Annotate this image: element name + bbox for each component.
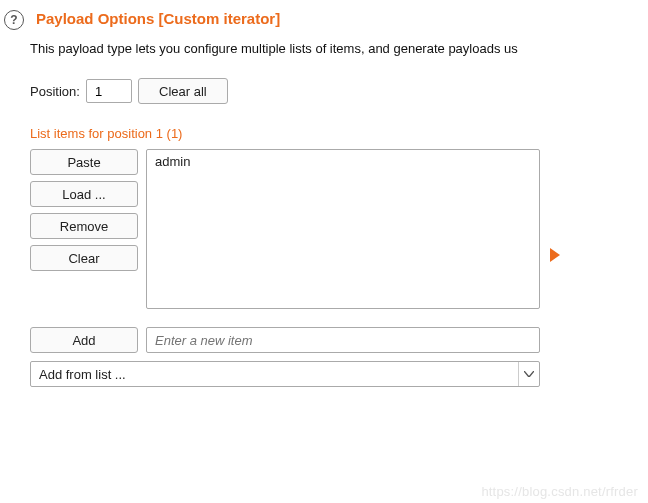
load-button[interactable]: Load ... xyxy=(30,181,138,207)
remove-button[interactable]: Remove xyxy=(30,213,138,239)
add-row: Add xyxy=(30,327,648,353)
list-items-box[interactable]: admin xyxy=(146,149,540,309)
clear-button[interactable]: Clear xyxy=(30,245,138,271)
position-label: Position: xyxy=(30,84,80,99)
clear-all-button[interactable]: Clear all xyxy=(138,78,228,104)
add-from-list-dropdown[interactable]: Add from list ... xyxy=(30,361,540,387)
section-heading: Payload Options [Custom iterator] xyxy=(36,10,648,27)
list-sub-heading: List items for position 1 (1) xyxy=(30,126,648,141)
position-row: Position: Clear all xyxy=(30,78,648,104)
new-item-input[interactable] xyxy=(146,327,540,353)
expand-arrow-icon[interactable] xyxy=(550,248,560,262)
watermark-text: https://blog.csdn.net/rfrder xyxy=(481,484,638,499)
list-area: Paste Load ... Remove Clear admin xyxy=(30,149,648,309)
chevron-down-icon xyxy=(518,362,539,386)
paste-button[interactable]: Paste xyxy=(30,149,138,175)
side-buttons-column: Paste Load ... Remove Clear xyxy=(30,149,138,309)
list-item[interactable]: admin xyxy=(155,154,531,169)
position-input[interactable] xyxy=(86,79,132,103)
add-button[interactable]: Add xyxy=(30,327,138,353)
dropdown-label: Add from list ... xyxy=(39,367,126,382)
description-text: This payload type lets you configure mul… xyxy=(30,41,648,56)
dropdown-row: Add from list ... xyxy=(30,361,648,387)
help-icon[interactable]: ? xyxy=(4,10,24,30)
